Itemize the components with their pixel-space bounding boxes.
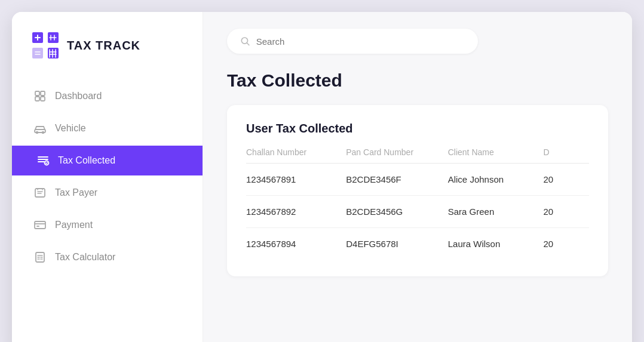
svg-rect-29 — [35, 221, 45, 229]
vehicle-icon — [33, 122, 47, 135]
sidebar-item-payment[interactable]: Payment — [22, 210, 193, 240]
search-input[interactable] — [256, 36, 465, 47]
app-name: TAX TRACK — [67, 39, 140, 52]
sidebar-item-vehicle[interactable]: Vehicle — [22, 113, 193, 143]
search-box — [227, 29, 478, 54]
table-title: User Tax Collected — [246, 122, 589, 135]
table-row: 1234567892 B2CDE3456G Sara Green 20 — [246, 196, 589, 228]
svg-rect-17 — [41, 91, 45, 95]
tax-collected-icon — [36, 154, 50, 167]
sidebar: TAX TRACK Dashboard — [12, 12, 203, 342]
data-table: Challan Number Pan Card Number Client Na… — [246, 147, 589, 260]
sidebar-item-vehicle-label: Vehicle — [55, 123, 86, 134]
sidebar-item-dashboard-label: Dashboard — [55, 91, 102, 101]
sidebar-item-tax-calculator-label: Tax Calculator — [55, 252, 115, 263]
svg-rect-19 — [41, 97, 45, 101]
tax-payer-icon — [33, 186, 47, 199]
payment-icon — [33, 218, 47, 232]
table-row: 1234567894 D4EFG5678I Laura Wilson 20 — [246, 228, 589, 260]
cell-pan: B2CDE3456G — [346, 196, 447, 228]
page-title: Tax Collected — [203, 66, 632, 91]
col-header-d: D — [543, 147, 589, 164]
sidebar-item-tax-calculator[interactable]: Tax Calculator — [22, 242, 193, 272]
sidebar-item-tax-collected-label: Tax Collected — [58, 155, 115, 166]
top-bar — [203, 12, 632, 66]
sidebar-item-tax-collected[interactable]: Tax Collected — [12, 146, 203, 175]
svg-point-38 — [241, 38, 247, 44]
cell-challan: 1234567894 — [246, 228, 346, 260]
sidebar-item-payment-label: Payment — [55, 220, 93, 230]
sidebar-item-dashboard[interactable]: Dashboard — [22, 81, 193, 111]
cell-client: Alice Johnson — [448, 164, 544, 196]
search-icon — [240, 36, 250, 47]
logo-icon — [31, 31, 60, 60]
table-card: User Tax Collected Challan Number Pan Ca… — [227, 105, 608, 276]
col-header-pan: Pan Card Number — [346, 147, 447, 164]
cell-challan: 1234567892 — [246, 196, 346, 228]
svg-line-39 — [247, 43, 249, 45]
dashboard-icon — [33, 90, 47, 103]
content-area: User Tax Collected Challan Number Pan Ca… — [203, 91, 632, 342]
svg-rect-24 — [35, 189, 45, 197]
cell-d: 20 — [543, 228, 589, 260]
main-content: Tax Collected User Tax Collected Challan… — [203, 12, 632, 342]
svg-rect-16 — [35, 91, 39, 95]
cell-client: Sara Green — [448, 196, 544, 228]
nav-list: Dashboard Vehicle — [12, 81, 203, 272]
cell-d: 20 — [543, 196, 589, 228]
svg-rect-2 — [32, 48, 43, 58]
cell-d: 20 — [543, 164, 589, 196]
logo-area: TAX TRACK — [12, 12, 203, 81]
svg-rect-18 — [35, 97, 39, 101]
cell-pan: D4EFG5678I — [346, 228, 447, 260]
svg-rect-32 — [36, 252, 44, 262]
sidebar-item-tax-payer-label: Tax Payer — [55, 187, 97, 198]
table-row: 1234567891 B2CDE3456F Alice Johnson 20 — [246, 164, 589, 196]
col-header-challan: Challan Number — [246, 147, 346, 164]
cell-challan: 1234567891 — [246, 164, 346, 196]
tax-calculator-icon — [33, 251, 47, 264]
cell-client: Laura Wilson — [448, 228, 544, 260]
col-header-client: Client Name — [448, 147, 544, 164]
app-container: TAX TRACK Dashboard — [12, 12, 632, 342]
cell-pan: B2CDE3456F — [346, 164, 447, 196]
sidebar-item-tax-payer[interactable]: Tax Payer — [22, 178, 193, 208]
